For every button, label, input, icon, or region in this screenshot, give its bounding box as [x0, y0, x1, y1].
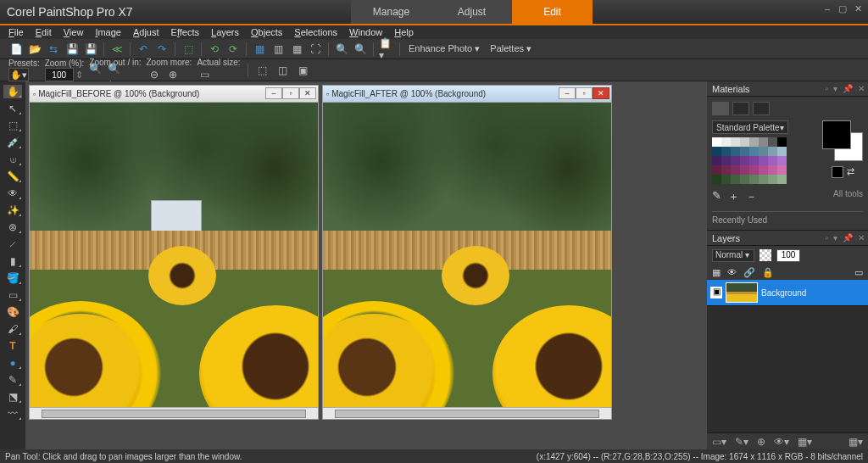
- rotate-left-icon[interactable]: ⟲: [207, 42, 222, 57]
- visibility-icon[interactable]: 👁: [727, 267, 737, 277]
- brush-tool[interactable]: 🖌: [3, 322, 22, 336]
- h-scrollbar[interactable]: [323, 407, 611, 419]
- color-swatch[interactable]: [768, 147, 777, 156]
- color-swatch[interactable]: [712, 137, 721, 147]
- enhance-photo-menu[interactable]: Enhance Photo ▾: [405, 43, 483, 54]
- maximize-icon[interactable]: ▢: [837, 3, 848, 14]
- layer-settings-icon[interactable]: ▦▾: [849, 436, 863, 448]
- swatch-grid[interactable]: [712, 137, 788, 184]
- layer-row-background[interactable]: ▣ Background: [707, 280, 868, 305]
- mat-hsv-tab[interactable]: [732, 102, 749, 115]
- autohide-icon[interactable]: ▾: [833, 84, 837, 93]
- h-scrollbar[interactable]: [30, 407, 318, 419]
- color-swatch[interactable]: [740, 156, 749, 165]
- smudge-tool[interactable]: 〰: [3, 407, 22, 421]
- saveas-icon[interactable]: 💾: [83, 42, 98, 57]
- layers-icon[interactable]: ▥: [270, 42, 286, 57]
- zoom-more-out-btn[interactable]: ⊖: [147, 67, 162, 82]
- panel-close-icon[interactable]: ✕: [858, 84, 865, 93]
- color-swatch[interactable]: [759, 165, 768, 175]
- delete-layer-icon[interactable]: 👁▾: [774, 436, 789, 448]
- tab-manage[interactable]: Manage: [351, 0, 431, 24]
- color-swatch[interactable]: [731, 175, 740, 184]
- redo-icon[interactable]: ↷: [154, 42, 170, 57]
- img-minimize-icon[interactable]: –: [265, 87, 282, 99]
- new-icon[interactable]: 📄: [8, 42, 24, 57]
- image-window-before[interactable]: ▫ MagicFill_BEFORE @ 100% (Background) –…: [29, 85, 319, 420]
- dropper-tool[interactable]: 💉: [3, 136, 22, 149]
- text-tool[interactable]: T: [3, 339, 22, 353]
- panel-close-icon[interactable]: ✕: [858, 233, 865, 243]
- menu-layers[interactable]: Layers: [211, 27, 239, 37]
- image-content-after[interactable]: [323, 103, 611, 407]
- eyedropper-icon[interactable]: ✎: [712, 189, 721, 204]
- color-swatch[interactable]: [759, 175, 768, 184]
- fit-all-icon[interactable]: ▣: [296, 63, 311, 78]
- script-icon[interactable]: 📋▾: [379, 42, 394, 57]
- color-swatch[interactable]: [712, 156, 721, 165]
- mat-slider-tab[interactable]: [753, 102, 770, 115]
- menu-window[interactable]: Window: [349, 27, 382, 37]
- redeye-tool[interactable]: 👁: [3, 187, 22, 200]
- menu-help[interactable]: Help: [394, 27, 414, 37]
- color-swatch[interactable]: [749, 156, 759, 165]
- img-maximize-icon[interactable]: ▫: [576, 87, 593, 99]
- connect-icon[interactable]: ⇆: [46, 42, 61, 57]
- image-content-before[interactable]: [30, 103, 318, 407]
- menu-adjust[interactable]: Adjust: [133, 27, 159, 37]
- color-swatch[interactable]: [721, 165, 731, 175]
- mini-swatch-black[interactable]: [832, 166, 843, 178]
- pin-icon[interactable]: 📌: [843, 84, 853, 93]
- grid-icon[interactable]: ▦: [289, 42, 304, 57]
- color-swatch[interactable]: [749, 165, 759, 175]
- share-icon[interactable]: ≪: [109, 42, 125, 57]
- pin-icon[interactable]: 📌: [843, 233, 853, 243]
- pan-tool[interactable]: ✋: [3, 85, 22, 98]
- dock-menu-icon[interactable]: ▫: [825, 84, 828, 93]
- layer-visibility-toggle[interactable]: ▣: [710, 287, 722, 298]
- new-raster-layer-icon[interactable]: ▭▾: [712, 436, 726, 448]
- duplicate-layer-icon[interactable]: ⊕: [757, 436, 765, 448]
- color-swatch[interactable]: [721, 175, 731, 184]
- fill-tool[interactable]: 🪣: [3, 271, 22, 285]
- img-minimize-icon[interactable]: –: [559, 87, 576, 99]
- menu-image[interactable]: Image: [95, 27, 121, 37]
- link-icon[interactable]: 🔗: [743, 267, 755, 278]
- zoom-in-icon[interactable]: 🔍: [334, 42, 349, 57]
- tab-adjust[interactable]: Adjust: [431, 0, 512, 24]
- new-layer-icon[interactable]: ▦: [712, 267, 721, 278]
- menu-view[interactable]: View: [64, 27, 84, 37]
- img-maximize-icon[interactable]: ▫: [282, 87, 299, 99]
- gradient-tool[interactable]: ▮: [3, 254, 22, 268]
- color-swatch[interactable]: [712, 165, 721, 175]
- new-mask-icon[interactable]: ✎▾: [735, 436, 748, 448]
- color-swatch[interactable]: [768, 175, 777, 184]
- frame-tool[interactable]: ▭: [3, 288, 22, 302]
- fit-image-icon[interactable]: ◫: [275, 63, 291, 78]
- swap-colors-icon[interactable]: ⇄: [847, 166, 854, 178]
- actual-size-btn[interactable]: ▭: [197, 67, 212, 82]
- crop-tool[interactable]: ⟒: [3, 153, 22, 166]
- fullscreen-icon[interactable]: ⛶: [308, 42, 323, 57]
- zoom-in-btn[interactable]: 🔍₊: [108, 67, 123, 82]
- color-swatch[interactable]: [721, 147, 731, 156]
- fg-bg-swatch[interactable]: [822, 120, 863, 161]
- zoom-more-in-btn[interactable]: ⊕: [165, 67, 181, 82]
- menu-edit[interactable]: Edit: [36, 27, 52, 37]
- color-swatch[interactable]: [768, 165, 777, 175]
- zoom-value[interactable]: 100: [45, 68, 74, 81]
- presets-dropdown[interactable]: ✋▾: [8, 68, 29, 81]
- color-swatch[interactable]: [749, 175, 759, 184]
- opacity-value[interactable]: 100: [776, 249, 800, 262]
- img-close-icon[interactable]: ✕: [593, 87, 609, 99]
- selection-tool[interactable]: ⬚: [3, 119, 22, 132]
- undo-icon[interactable]: ↶: [136, 42, 151, 57]
- straighten-tool[interactable]: 📏: [3, 170, 22, 183]
- img-close-icon[interactable]: ✕: [299, 87, 316, 99]
- resize-icon[interactable]: ⬚: [181, 42, 196, 57]
- color-swatch[interactable]: [759, 147, 768, 156]
- menu-effects[interactable]: Effects: [171, 27, 199, 37]
- autohide-icon[interactable]: ▾: [833, 233, 837, 243]
- color-swatch[interactable]: [740, 175, 749, 184]
- color-swatch[interactable]: [731, 165, 740, 175]
